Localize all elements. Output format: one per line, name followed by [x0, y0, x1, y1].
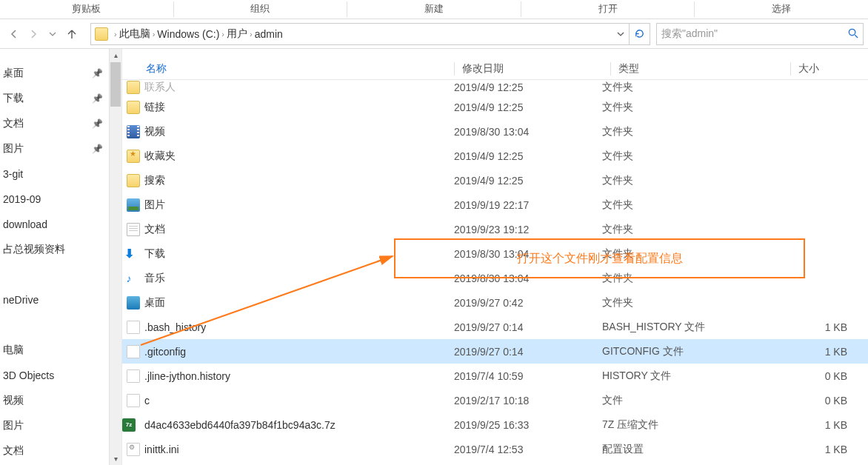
chevron-right-icon[interactable]: ›	[153, 30, 156, 39]
sidebar-item[interactable]: 文档📌	[0, 111, 109, 136]
file-row[interactable]: 链接2019/4/9 12:25文件夹	[122, 95, 868, 119]
column-header-size[interactable]: 大小	[798, 62, 868, 76]
sidebar-item[interactable]: 电脑	[0, 338, 109, 363]
sidebar-item[interactable]: 文档	[0, 438, 109, 464]
search-icon[interactable]	[847, 27, 858, 41]
ribbon-tab-open[interactable]: 打开	[521, 0, 695, 19]
refresh-button[interactable]	[629, 24, 650, 44]
file-name: 文档	[144, 223, 454, 236]
file-name: inittk.ini	[144, 444, 454, 455]
file-row[interactable]: 文档2019/9/23 19:12文件夹	[122, 217, 868, 241]
file-row[interactable]: 收藏夹2019/4/9 12:25文件夹	[122, 144, 868, 168]
file-row[interactable]: ♪音乐2019/8/30 13:04文件夹	[122, 266, 868, 290]
file-row[interactable]: 桌面2019/9/27 0:42文件夹	[122, 290, 868, 315]
chevron-right-icon[interactable]: ›	[250, 30, 253, 39]
ribbon-tab-organize[interactable]: 组织	[174, 0, 347, 19]
file-date: 2019/2/17 10:18	[454, 395, 602, 407]
file-date: 2019/9/23 19:12	[454, 224, 602, 235]
column-header-name[interactable]: 名称	[144, 62, 454, 76]
file-row[interactable]: .bash_history2019/9/27 0:14BASH_HISTORY …	[122, 315, 868, 339]
file-size: 0 KB	[774, 370, 868, 382]
file-row[interactable]: 搜索2019/4/9 12:25文件夹	[122, 168, 868, 193]
address-bar[interactable]: › 此电脑 › Windows (C:) › 用户 › admin	[90, 23, 650, 45]
file-type: 7Z 压缩文件	[602, 418, 774, 432]
sidebar-item[interactable]	[0, 262, 109, 287]
breadcrumb-item[interactable]: admin	[255, 28, 283, 40]
file-type: 文件	[602, 394, 774, 407]
scroll-down-button[interactable]: ▾	[110, 452, 121, 465]
sidebar-item[interactable]: 图片📌	[0, 136, 109, 161]
sidebar-item[interactable]: 2019-09	[0, 187, 109, 212]
desktop-icon	[122, 295, 144, 309]
file-name: 音乐	[144, 272, 454, 285]
sidebar-item[interactable]: download	[0, 212, 109, 237]
file-date: 2019/9/27 0:42	[454, 297, 602, 309]
column-header-type[interactable]: 类型	[618, 62, 790, 76]
ribbon-tab-new[interactable]: 新建	[347, 0, 521, 19]
folder-icon	[122, 81, 144, 94]
nav-scrollbar[interactable]: ▴ ▾	[109, 49, 121, 465]
chevron-right-icon[interactable]: ›	[221, 30, 224, 39]
file-row[interactable]: ⬇下载2019/8/30 13:04文件夹	[122, 241, 868, 266]
nav-back-button[interactable]	[6, 26, 22, 42]
file-date: 2019/7/4 10:59	[454, 370, 602, 382]
divider	[454, 62, 455, 76]
column-header-date[interactable]: 修改日期	[462, 62, 610, 76]
sidebar-item-label: neDrive	[3, 294, 109, 306]
nav-up-button[interactable]	[64, 26, 80, 42]
sidebar-item[interactable]	[0, 312, 109, 338]
file-type: 文件夹	[602, 247, 774, 261]
sidebar-item-label: 3-git	[3, 168, 109, 180]
breadcrumb-item[interactable]: Windows (C:)	[157, 28, 219, 40]
divider	[610, 62, 611, 76]
sidebar-item[interactable]: 3-git	[0, 161, 109, 187]
blank-icon	[122, 344, 144, 358]
nav-forward-button[interactable]	[25, 26, 41, 42]
sidebar-item[interactable]: 下载📌	[0, 86, 109, 111]
file-row[interactable]: 视频2019/8/30 13:04文件夹	[122, 119, 868, 144]
pin-icon: 📌	[92, 93, 103, 104]
nav-recent-dropdown[interactable]	[44, 26, 61, 42]
file-name: 搜索	[144, 174, 454, 187]
file-date: 2019/9/27 0:14	[454, 346, 602, 358]
scroll-up-button[interactable]: ▴	[110, 49, 121, 61]
file-row[interactable]: inst.ini2019/7/4 12:53配置设置1 KB	[122, 461, 868, 465]
file-row[interactable]: 联系人2019/4/9 12:25文件夹	[122, 80, 868, 95]
file-row[interactable]: .jline-jython.history2019/7/4 10:59HISTO…	[122, 364, 868, 388]
file-row[interactable]: 7zd4ac4633ebd6440fa397b84f1bc94a3c.7z201…	[122, 412, 868, 437]
column-headers: 名称 修改日期 类型 大小	[122, 58, 868, 80]
sidebar-item[interactable]: 视频	[0, 388, 109, 413]
file-name: .jline-jython.history	[144, 370, 454, 382]
file-size: 1 KB	[774, 419, 868, 431]
file-row[interactable]: 图片2019/9/19 22:17文件夹	[122, 193, 868, 217]
file-date: 2019/9/25 16:33	[454, 419, 602, 431]
file-type: 文件夹	[602, 125, 774, 138]
file-row[interactable]: c2019/2/17 10:18文件0 KB	[122, 388, 868, 412]
file-type: 文件夹	[602, 150, 774, 163]
search-box[interactable]: 搜索"admin"	[656, 23, 864, 45]
file-size: 1 KB	[774, 321, 868, 333]
file-date: 2019/8/30 13:04	[454, 248, 602, 260]
ribbon-tab-select[interactable]: 选择	[695, 0, 868, 19]
file-row[interactable]: .gitconfig2019/9/27 0:14GITCONFIG 文件1 KB	[122, 339, 868, 364]
sidebar-item[interactable]: 3D Objects	[0, 363, 109, 388]
folder-icon	[94, 27, 109, 41]
sidebar-item[interactable]: 桌面📌	[0, 61, 109, 86]
breadcrumb-item[interactable]: 此电脑	[119, 27, 150, 41]
breadcrumb-item[interactable]: 用户	[227, 27, 247, 41]
sidebar-item[interactable]: 占总视频资料	[0, 237, 109, 262]
sidebar-item[interactable]: 图片	[0, 413, 109, 438]
file-row[interactable]: inittk.ini2019/7/4 12:53配置设置1 KB	[122, 437, 868, 461]
ribbon-tab-clipboard[interactable]: 剪贴板	[0, 0, 173, 19]
content-pane: 名称 修改日期 类型 大小 联系人2019/4/9 12:25文件夹链接2019…	[122, 49, 868, 465]
navigation-pane[interactable]: 桌面📌下载📌文档📌图片📌3-git2019-09download占总视频资料ne…	[0, 49, 109, 465]
scroll-thumb[interactable]	[110, 62, 121, 107]
file-size: 1 KB	[774, 444, 868, 455]
chevron-right-icon[interactable]: ›	[114, 30, 117, 39]
sidebar-item-label: 电脑	[3, 344, 109, 357]
sidebar-item[interactable]: neDrive	[0, 287, 109, 312]
sidebar-item-label: 文档	[3, 117, 92, 130]
file-list[interactable]: 联系人2019/4/9 12:25文件夹链接2019/4/9 12:25文件夹视…	[122, 80, 868, 465]
address-dropdown-button[interactable]	[612, 28, 629, 40]
file-date: 2019/8/30 13:04	[454, 272, 602, 284]
